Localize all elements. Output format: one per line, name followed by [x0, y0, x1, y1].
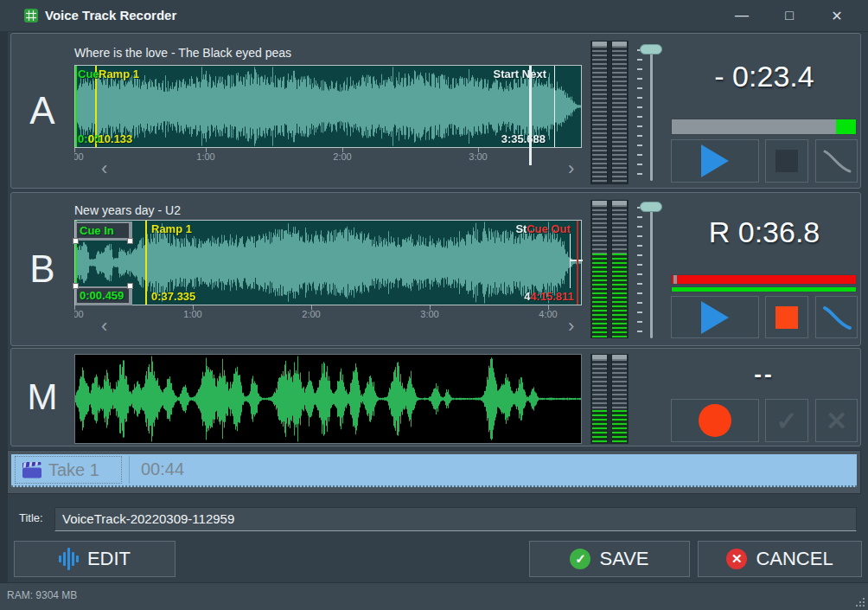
- track-a-fader-track[interactable]: [650, 49, 653, 181]
- track-b-timeline: 0:001:002:003:004:00: [74, 305, 582, 321]
- track-b-ramp-marker-line[interactable]: [145, 221, 147, 305]
- track-b-cue-out-time: 4:15.811: [530, 290, 574, 303]
- track-b-ramp-time: 0:37.335: [151, 290, 195, 303]
- track-a-start-next-marker-line[interactable]: [554, 66, 555, 147]
- cancel-x-icon: ✕: [726, 549, 747, 569]
- track-a-ramp-label: Ramp 1: [99, 67, 139, 80]
- timeline-tick-label: 4:00: [539, 309, 557, 319]
- track-b-stop-button[interactable]: [765, 296, 808, 338]
- track-a-song-title: Where is the love - The Black eyed peas: [74, 46, 291, 60]
- track-m-vu-meters: [590, 354, 629, 444]
- track-b-record-bar[interactable]: [671, 274, 857, 285]
- title-bar[interactable]: Voice Track Recorder — □ ✕: [0, 0, 868, 32]
- close-icon: ✕: [831, 8, 842, 24]
- take-duration: 00:44: [141, 459, 184, 479]
- track-b-cue-handle[interactable]: [127, 238, 133, 244]
- track-b-ramp-label: Ramp 1: [151, 222, 192, 235]
- track-b-cue-handle[interactable]: [73, 238, 79, 244]
- fade-icon: [820, 302, 854, 333]
- track-b-meter-left: [591, 200, 608, 338]
- check-icon: ✓: [775, 406, 797, 436]
- track-b-cue-in-time: 0:00.459: [80, 289, 124, 302]
- track-b-right-times: 4 4:15.811: [524, 290, 574, 303]
- track-b-scroll-left-icon[interactable]: ‹: [101, 318, 107, 334]
- track-b-fader-handle[interactable]: [640, 202, 662, 212]
- track-m-record-button[interactable]: [671, 399, 759, 442]
- x-icon: ✕: [826, 406, 847, 436]
- track-b-fade-button[interactable]: [815, 296, 858, 338]
- track-a-playhead[interactable]: [529, 66, 532, 165]
- track-m-time-display: --: [671, 361, 858, 388]
- stop-icon: [775, 306, 798, 329]
- track-a-fade-button[interactable]: [815, 139, 858, 183]
- track-b-vu-meters: [590, 200, 629, 338]
- save-button-label: SAVE: [599, 548, 648, 570]
- take-bar[interactable]: Take 1 00:44: [11, 454, 857, 487]
- track-a-cue-label: Cue: [78, 67, 99, 80]
- track-b-cue-out-marker-line[interactable]: [577, 221, 578, 305]
- edit-button[interactable]: EDIT: [14, 541, 176, 577]
- save-button[interactable]: ✓ SAVE: [529, 541, 690, 577]
- track-b-cue-handle[interactable]: [127, 283, 133, 289]
- timeline-tick-label: 2:00: [302, 309, 320, 319]
- close-button[interactable]: ✕: [820, 3, 854, 28]
- timeline-tick-label: 0:00: [74, 151, 84, 162]
- clapperboard-icon: [22, 462, 41, 478]
- track-a-stop-button[interactable]: [765, 139, 808, 183]
- play-icon: [701, 301, 729, 334]
- track-a-label: A: [11, 34, 73, 188]
- track-a-time-display: - 0:23.4: [671, 60, 858, 93]
- track-b-scroll-right-icon[interactable]: ›: [568, 318, 574, 334]
- waveform-edit-icon: [59, 548, 79, 570]
- track-b-record-bar-elapsed: [673, 275, 677, 284]
- track-b-level-bar: [671, 286, 857, 292]
- track-b-song-title: New years day - U2: [74, 203, 181, 217]
- track-a-fader-handle[interactable]: [640, 44, 662, 55]
- minimize-icon: —: [735, 8, 749, 23]
- track-b-label: B: [11, 193, 73, 345]
- voice-track-recorder-window: Voice Track Recorder — □ ✕ A Where is th…: [0, 0, 868, 610]
- resize-grip[interactable]: [859, 601, 861, 603]
- track-b-play-button[interactable]: [671, 296, 759, 338]
- window-title: Voice Track Recorder: [45, 8, 176, 22]
- track-b-waveform[interactable]: Cue In 0:00.459 Ramp 1 0:37.335 St Cue O…: [74, 220, 582, 305]
- track-a-progress-remaining: [836, 119, 856, 134]
- track-b-start-next-label: St: [515, 222, 527, 235]
- take-separator: [129, 456, 130, 484]
- track-m-accept-button[interactable]: ✓: [765, 399, 808, 442]
- track-b-fader-ticks: [637, 207, 642, 338]
- track-a-cue-marker-line[interactable]: [75, 66, 77, 147]
- track-m-meter-right: [611, 354, 628, 444]
- timeline-tick-label: 3:00: [469, 151, 487, 162]
- track-a-scroll-left-icon[interactable]: ‹: [101, 161, 107, 177]
- track-a-timeline: 0:001:002:003:00: [74, 148, 582, 164]
- cancel-button[interactable]: ✕ CANCEL: [698, 541, 862, 577]
- maximize-button[interactable]: □: [772, 3, 807, 28]
- track-b-panel: B New years day - U2 Cue In 0:00.459 Ram…: [10, 192, 861, 346]
- minimize-button[interactable]: —: [724, 3, 759, 28]
- track-b-right-labels: St Cue Out: [515, 222, 571, 235]
- track-b-cue-in-band-bottom[interactable]: 0:00.459: [75, 286, 132, 305]
- timeline-tick-label: 1:00: [183, 309, 201, 319]
- fade-icon: [820, 145, 854, 177]
- track-b-cue-in-label: Cue In: [80, 224, 114, 237]
- track-a-waveform[interactable]: Cue Ramp 1 Start Next 0:00 0:10.133 3:35…: [74, 65, 582, 148]
- app-icon: [24, 9, 38, 22]
- track-b-end-time: 4: [524, 290, 530, 303]
- track-a-scroll-right-icon[interactable]: ›: [568, 161, 574, 177]
- timeline-tick-label: 3:00: [420, 309, 438, 319]
- track-m-discard-button[interactable]: ✕: [815, 399, 858, 442]
- track-b-cue-handle[interactable]: [73, 283, 79, 289]
- track-a-play-button[interactable]: [671, 139, 759, 183]
- track-a-progress-bar[interactable]: [671, 119, 857, 135]
- track-a-panel: A Where is the love - The Black eyed pea…: [10, 33, 861, 189]
- maximize-icon: □: [785, 8, 794, 23]
- title-input[interactable]: VoiceTrack-20220309-112959: [54, 507, 857, 531]
- track-b-cue-in-band-top[interactable]: Cue In: [75, 222, 132, 241]
- take-item[interactable]: Take 1: [15, 456, 122, 484]
- track-b-fader-track[interactable]: [650, 207, 653, 338]
- track-m-waveform[interactable]: [74, 354, 582, 444]
- track-a-ramp-time: 0:10.133: [88, 132, 132, 145]
- save-check-icon: ✓: [570, 549, 590, 569]
- track-m-meter-left: [591, 354, 608, 444]
